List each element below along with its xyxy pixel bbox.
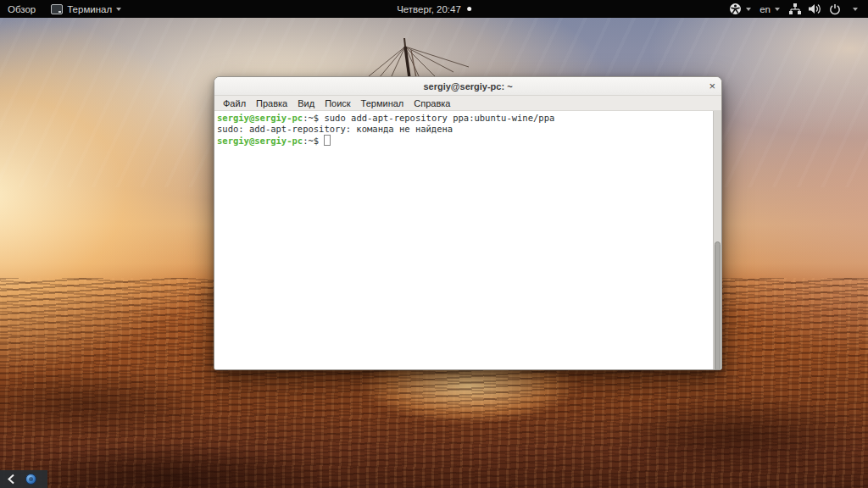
network-wired-icon	[789, 3, 801, 14]
menu-view[interactable]: Вид	[292, 96, 320, 110]
terminal-cursor	[324, 135, 331, 146]
notification-dot	[467, 7, 471, 11]
bottom-left-panel	[0, 470, 47, 488]
menu-terminal[interactable]: Терминал	[356, 96, 409, 110]
app-menu-label: Терминал	[67, 4, 112, 14]
activities-button[interactable]: Обзор	[0, 0, 43, 18]
clock-label: Четверг, 20:47	[397, 4, 461, 14]
top-bar: Обзор Терминал Четверг, 20:47 en	[0, 0, 868, 18]
accessibility-icon	[729, 3, 742, 15]
app-icon-blue[interactable]	[25, 474, 36, 485]
menu-edit[interactable]: Правка	[251, 96, 292, 110]
app-menu[interactable]: Терминал	[43, 0, 129, 18]
volume-icon	[809, 3, 821, 14]
terminal-content[interactable]: sergiy@sergiy-pc:~$ sudo add-apt-reposit…	[214, 111, 721, 369]
accessibility-menu[interactable]	[725, 0, 755, 18]
prompt-separator: :~$	[303, 113, 324, 123]
power-icon	[829, 3, 841, 15]
window-titlebar[interactable]: sergiy@sergiy-pc: ~ ×	[214, 77, 721, 96]
command-text: sudo add-apt-repository ppa:ubuntu-wine/…	[324, 113, 554, 123]
desktop: Обзор Терминал Четверг, 20:47 en	[0, 0, 868, 488]
ship-mast	[369, 38, 479, 78]
menu-bar: Файл Правка Вид Поиск Терминал Справка	[214, 96, 721, 111]
chevron-down-icon	[853, 8, 858, 11]
menu-help[interactable]: Справка	[409, 96, 455, 110]
scrollbar[interactable]	[713, 111, 721, 369]
window-title: sergiy@sergiy-pc: ~	[423, 81, 512, 92]
chevron-down-icon	[746, 8, 751, 11]
terminal-line: sergiy@sergiy-pc:~$	[217, 135, 721, 147]
menu-file[interactable]: Файл	[218, 96, 251, 110]
terminal-app-icon	[51, 4, 63, 14]
prompt-user: sergiy@sergiy-pc	[217, 113, 303, 123]
clock-button[interactable]: Четверг, 20:47	[397, 0, 471, 18]
prompt-user: sergiy@sergiy-pc	[217, 136, 303, 146]
chevron-down-icon	[116, 8, 121, 11]
keyboard-layout-label: en	[760, 4, 771, 14]
close-button[interactable]: ×	[709, 77, 715, 95]
system-menu[interactable]	[784, 0, 863, 18]
terminal-line: sergiy@sergiy-pc:~$ sudo add-apt-reposit…	[217, 113, 721, 124]
keyboard-layout-menu[interactable]: en	[755, 0, 784, 18]
terminal-line: sudo: add-apt-repository: команда не най…	[217, 124, 721, 135]
prompt-separator: :~$	[303, 136, 324, 146]
chevron-down-icon	[775, 8, 780, 11]
terminal-window: sergiy@sergiy-pc: ~ × Файл Правка Вид По…	[214, 76, 722, 370]
back-chevron-icon[interactable]	[7, 474, 15, 485]
menu-search[interactable]: Поиск	[320, 96, 355, 110]
output-text: sudo: add-apt-repository: команда не най…	[217, 124, 453, 134]
scrollbar-thumb[interactable]	[715, 241, 721, 369]
